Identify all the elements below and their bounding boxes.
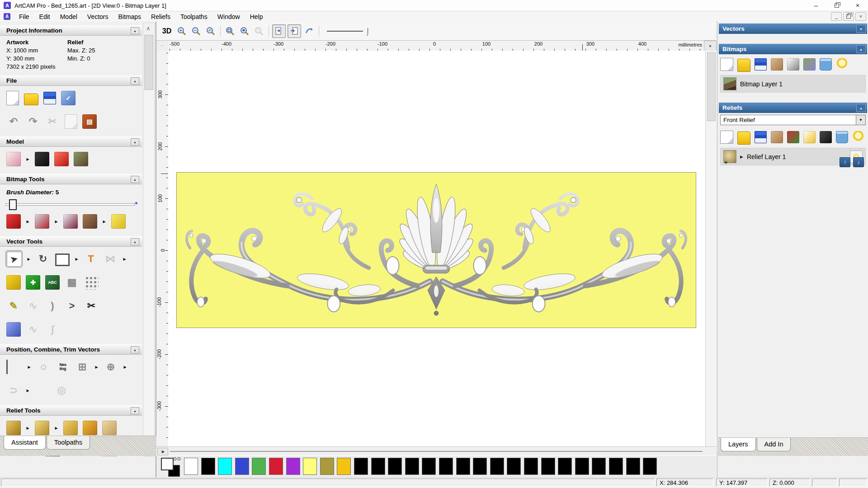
- collapse-section-icon[interactable]: [131, 407, 139, 414]
- nesting-icon[interactable]: Nes ting: [56, 360, 70, 374]
- bitmap-artboard[interactable]: [176, 172, 696, 328]
- menu-vectors[interactable]: Vectors: [82, 12, 113, 21]
- greyscale-layer-icon[interactable]: [787, 58, 799, 70]
- minimize-icon[interactable]: –: [806, 0, 826, 11]
- relief-selector[interactable]: Front Relief ▼: [720, 115, 866, 125]
- join-vectors-icon[interactable]: ⊃: [6, 383, 21, 398]
- doc-close-icon[interactable]: ×: [855, 12, 866, 21]
- create-polyline-icon[interactable]: ✎: [6, 299, 21, 313]
- menu-bitmaps[interactable]: Bitmaps: [113, 12, 146, 21]
- palette-swatch[interactable]: [218, 458, 232, 475]
- slider-thumb[interactable]: [9, 199, 17, 210]
- mirror-vectors-icon[interactable]: ⋈: [103, 252, 118, 266]
- palette-swatch[interactable]: [252, 458, 266, 475]
- toggle-all-visibility-icon[interactable]: [836, 58, 848, 70]
- copy-icon[interactable]: [65, 114, 77, 129]
- switch-3d-view-button[interactable]: 3D: [160, 25, 174, 38]
- simulate-toolpath-icon[interactable]: [303, 25, 316, 38]
- menu-reliefs[interactable]: Reliefs: [146, 12, 175, 21]
- scrollbar-thumb[interactable]: [707, 52, 716, 121]
- greyscale-preview-icon[interactable]: [820, 131, 832, 143]
- expand-vectors-icon[interactable]: ▼: [856, 25, 866, 33]
- palette-swatch[interactable]: [405, 458, 419, 475]
- palette-swatch[interactable]: [558, 458, 572, 475]
- align-vectors-icon[interactable]: [6, 360, 22, 374]
- toggle-bitmap-visibility-icon[interactable]: [272, 24, 286, 38]
- scroll-right-icon[interactable]: :▶: [157, 448, 168, 455]
- new-model-icon[interactable]: [6, 91, 19, 105]
- collapse-section-icon[interactable]: [131, 77, 139, 84]
- save-relief-layer-icon[interactable]: [755, 131, 767, 143]
- create-rectangle-icon[interactable]: [55, 253, 70, 266]
- palette-swatch[interactable]: [473, 458, 487, 475]
- combine-vectors-icon[interactable]: ⊞: [75, 360, 90, 374]
- new-relief-layer-icon[interactable]: [720, 131, 733, 144]
- save-bitmap-layer-icon[interactable]: [755, 58, 767, 70]
- weld-vectors-icon[interactable]: ⊕: [104, 360, 118, 374]
- canvas-vertical-scrollbar[interactable]: [705, 51, 717, 446]
- menu-help[interactable]: Help: [245, 12, 268, 21]
- doc-restore-icon[interactable]: [843, 12, 854, 21]
- collapse-reliefs-icon[interactable]: ▲: [856, 104, 866, 112]
- open-model-icon[interactable]: [24, 94, 38, 105]
- block-copy-icon[interactable]: [84, 275, 99, 290]
- move-layer-up-icon[interactable]: ↑: [840, 157, 850, 167]
- drawing-canvas[interactable]: [168, 51, 705, 446]
- palette-swatch[interactable]: [439, 458, 453, 475]
- palette-swatch[interactable]: [320, 458, 334, 475]
- colour-picker-icon[interactable]: [63, 214, 78, 229]
- palette-swatch[interactable]: [371, 458, 385, 475]
- zoom-previous-icon[interactable]: ↶: [204, 25, 217, 38]
- combine-relief-icon[interactable]: [787, 131, 799, 143]
- move-layer-down-icon[interactable]: ↓: [853, 157, 864, 167]
- primary-secondary-colour-indicator[interactable]: ⊙⊙: [161, 458, 182, 476]
- link-colours-icon[interactable]: ⊙⊙: [173, 456, 181, 462]
- envelope-distort-icon[interactable]: ▦: [65, 275, 79, 290]
- collapse-section-icon[interactable]: [131, 176, 139, 183]
- delete-bitmap-layer-icon[interactable]: [820, 58, 832, 70]
- create-star-icon[interactable]: [65, 322, 79, 337]
- palette-swatch[interactable]: [354, 458, 368, 475]
- free-relief-icon[interactable]: ∿: [26, 299, 40, 313]
- new-bitmap-layer-icon[interactable]: [720, 58, 733, 71]
- collapse-section-icon[interactable]: [131, 27, 139, 34]
- menu-window[interactable]: Window: [212, 12, 245, 21]
- open-relief-layer-icon[interactable]: [737, 131, 750, 145]
- copy-bitmap-layer-icon[interactable]: [803, 58, 816, 70]
- zoom-out-icon[interactable]: −: [190, 25, 203, 38]
- palette-swatch[interactable]: [541, 458, 555, 475]
- doc-minimize-icon[interactable]: _: [831, 12, 842, 21]
- paste-text-icon[interactable]: ABC: [45, 275, 60, 290]
- ruler-options-icon[interactable]: ▼: [704, 41, 717, 52]
- create-arc-icon[interactable]: ): [45, 299, 60, 313]
- scale-relief-icon[interactable]: [102, 421, 117, 435]
- palette-swatch[interactable]: [422, 458, 436, 475]
- palette-swatch[interactable]: [286, 458, 300, 475]
- open-bitmap-layer-icon[interactable]: [737, 59, 750, 72]
- palette-swatch[interactable]: [337, 458, 351, 475]
- relief-combo-dropdown-icon[interactable]: ▼: [856, 115, 866, 125]
- node-editing-icon[interactable]: ✚: [26, 275, 40, 290]
- collapse-section-icon[interactable]: [131, 238, 139, 245]
- expand-layer-icon[interactable]: ▶: [740, 155, 743, 159]
- dome-tool-icon[interactable]: [6, 322, 21, 337]
- collapse-bitmaps-icon[interactable]: ▲: [856, 45, 866, 53]
- collapse-section-icon[interactable]: [131, 346, 139, 353]
- redo-icon[interactable]: ↷: [26, 114, 40, 129]
- add-relief-icon[interactable]: [83, 421, 97, 435]
- select-vectors-icon[interactable]: ➤: [6, 251, 22, 267]
- palette-swatch[interactable]: [456, 458, 470, 475]
- zoom-fit-icon[interactable]: [224, 25, 236, 38]
- canvas-horizontal-scrollbar[interactable]: :▶: [156, 446, 716, 456]
- sponge-icon[interactable]: [111, 214, 126, 229]
- trim-vectors-icon[interactable]: ✂: [84, 299, 99, 313]
- scrollbar-thumb[interactable]: [144, 35, 153, 90]
- undo-icon[interactable]: ↶: [6, 114, 21, 129]
- close-icon[interactable]: ×: [847, 0, 868, 11]
- load-image-icon[interactable]: [74, 152, 88, 166]
- palette-swatch[interactable]: [184, 458, 198, 475]
- delete-relief-layer-icon[interactable]: [836, 131, 848, 143]
- smooth-relief-icon[interactable]: [63, 421, 78, 435]
- tab-assistant[interactable]: Assistant: [4, 436, 46, 450]
- palette-swatch[interactable]: [388, 458, 402, 475]
